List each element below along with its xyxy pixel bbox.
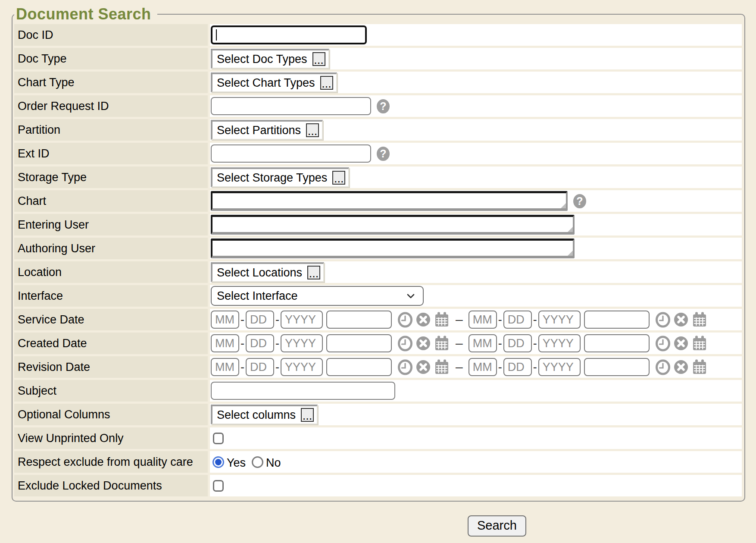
time-input[interactable] — [584, 358, 650, 376]
month-input[interactable]: MM — [211, 311, 239, 329]
calendar-icon[interactable] — [691, 335, 708, 352]
clear-icon[interactable] — [673, 336, 689, 351]
resize-grip-icon — [568, 251, 573, 256]
partition-picker-label: Select Partitions — [217, 124, 301, 137]
time-input[interactable] — [326, 358, 392, 376]
clock-icon[interactable] — [397, 336, 413, 352]
storage-type-picker[interactable]: Select Storage Types ... — [211, 167, 349, 187]
optional-columns-picker[interactable]: Select columns ... — [211, 405, 318, 424]
year-input[interactable]: YYYY — [281, 358, 323, 376]
subject-label: Subject — [14, 380, 208, 402]
page: Document Search Doc ID Doc Type Select D… — [0, 0, 756, 537]
time-input[interactable] — [326, 311, 392, 329]
created-date-start-group: MM - DD - YYYY — [211, 334, 450, 352]
search-button[interactable]: Search — [468, 515, 526, 537]
day-input[interactable]: DD — [246, 334, 274, 352]
respect-exclude-radio-group: Yes No — [212, 455, 287, 470]
help-icon[interactable]: ? — [573, 194, 586, 208]
clear-icon[interactable] — [415, 336, 431, 351]
calendar-icon[interactable] — [434, 311, 450, 328]
calendar-icon[interactable] — [691, 311, 708, 328]
storage-type-label: Storage Type — [14, 166, 208, 188]
clock-icon[interactable] — [397, 359, 413, 375]
view-unprinted-only-checkbox[interactable] — [213, 433, 224, 444]
month-input[interactable]: MM — [211, 334, 239, 352]
document-search-fieldset: Document Search Doc ID Doc Type Select D… — [12, 5, 745, 502]
month-input[interactable]: MM — [469, 311, 497, 329]
day-input[interactable]: DD — [246, 311, 274, 329]
exclude-locked-checkbox[interactable] — [213, 480, 224, 492]
year-input[interactable]: YYYY — [538, 358, 581, 376]
help-icon[interactable]: ? — [377, 99, 390, 113]
clock-icon[interactable] — [397, 312, 413, 328]
time-input[interactable] — [326, 334, 392, 352]
day-input[interactable]: DD — [503, 358, 532, 376]
optional-columns-more-button[interactable]: ... — [301, 408, 314, 422]
clock-icon[interactable] — [655, 312, 671, 328]
optional-columns-picker-label: Select columns — [217, 408, 296, 422]
exclude-locked-label: Exclude Locked Documents — [14, 475, 208, 496]
calendar-icon[interactable] — [691, 359, 708, 375]
interface-select[interactable]: Select Interface — [211, 286, 424, 306]
page-title: Document Search — [14, 5, 157, 23]
year-input[interactable]: YYYY — [538, 334, 581, 352]
location-picker[interactable]: Select Locations ... — [211, 262, 324, 282]
day-input[interactable]: DD — [503, 311, 532, 329]
range-separator: – — [456, 360, 463, 374]
clear-icon[interactable] — [415, 359, 431, 375]
ext-id-input[interactable] — [211, 144, 371, 163]
location-more-button[interactable]: ... — [307, 266, 320, 279]
clear-icon[interactable] — [673, 312, 689, 327]
resize-grip-icon — [561, 203, 566, 208]
year-input[interactable]: YYYY — [281, 311, 323, 329]
row-interface: Interface Select Interface — [14, 285, 742, 307]
doc-id-input[interactable] — [211, 25, 367, 44]
doc-id-label: Doc ID — [14, 24, 208, 46]
partition-picker[interactable]: Select Partitions ... — [211, 120, 323, 140]
storage-type-picker-label: Select Storage Types — [217, 171, 327, 185]
year-input[interactable]: YYYY — [281, 334, 323, 352]
text-cursor — [216, 29, 217, 41]
respect-exclude-yes-radio[interactable] — [212, 456, 224, 468]
service-date-end-group: MM - DD - YYYY — [469, 311, 708, 329]
interface-selected-option: Select Interface — [217, 289, 298, 303]
ext-id-label: Ext ID — [14, 143, 208, 164]
calendar-icon[interactable] — [434, 335, 450, 352]
clock-icon[interactable] — [655, 359, 671, 375]
month-input[interactable]: MM — [469, 358, 497, 376]
subject-input[interactable] — [211, 382, 395, 400]
time-input[interactable] — [584, 311, 650, 329]
authoring-user-input[interactable] — [211, 239, 575, 258]
year-input[interactable]: YYYY — [538, 311, 581, 329]
chart-input[interactable] — [211, 191, 568, 211]
chart-type-more-button[interactable]: ... — [320, 76, 333, 90]
order-request-id-input[interactable] — [211, 97, 371, 115]
calendar-icon[interactable] — [434, 359, 450, 375]
chart-type-picker[interactable]: Select Chart Types ... — [211, 72, 337, 92]
revision-date-end-group: MM - DD - YYYY — [469, 358, 708, 376]
clear-icon[interactable] — [415, 312, 431, 327]
revision-date-start-group: MM - DD - YYYY — [211, 358, 450, 376]
clock-icon[interactable] — [655, 336, 671, 352]
day-input[interactable]: DD — [503, 334, 532, 352]
clear-icon[interactable] — [673, 359, 689, 375]
row-respect-exclude: Respect exclude from quality care Yes No — [14, 451, 742, 473]
created-date-label: Created Date — [14, 333, 208, 354]
help-icon[interactable]: ? — [377, 147, 390, 161]
respect-exclude-no-radio[interactable] — [252, 456, 263, 468]
month-input[interactable]: MM — [469, 334, 497, 352]
day-input[interactable]: DD — [246, 358, 274, 376]
doc-type-more-button[interactable]: ... — [312, 52, 325, 66]
interface-label: Interface — [14, 285, 208, 307]
row-view-unprinted-only: View Unprinted Only — [14, 427, 742, 449]
respect-exclude-yes-label: Yes — [227, 456, 246, 470]
view-unprinted-only-label: View Unprinted Only — [14, 427, 208, 449]
storage-type-more-button[interactable]: ... — [332, 171, 345, 185]
entering-user-input[interactable] — [211, 215, 575, 235]
partition-more-button[interactable]: ... — [306, 123, 319, 137]
doc-type-picker[interactable]: Select Doc Types ... — [211, 49, 329, 69]
partition-label: Partition — [14, 119, 208, 141]
month-input[interactable]: MM — [211, 358, 239, 376]
time-input[interactable] — [584, 334, 650, 352]
actions-bar: Search — [468, 515, 745, 537]
